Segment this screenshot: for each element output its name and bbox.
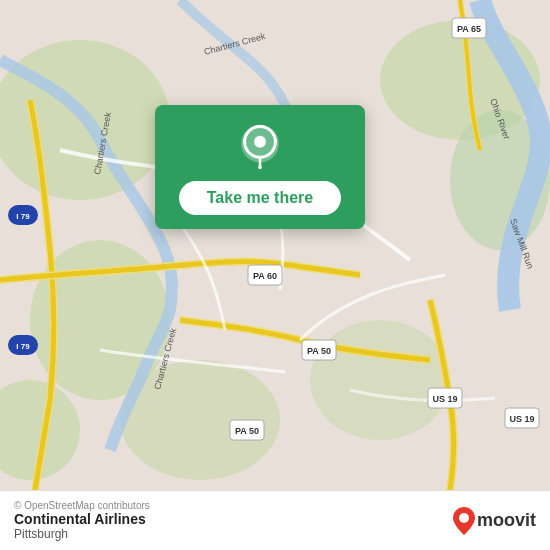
- svg-point-32: [258, 166, 261, 169]
- location-pin-icon: [236, 123, 284, 171]
- location-name: Continental Airlines: [14, 511, 150, 527]
- bottom-bar: © OpenStreetMap contributors Continental…: [0, 490, 550, 550]
- copyright-text: © OpenStreetMap contributors: [14, 500, 150, 511]
- svg-text:PA 65: PA 65: [457, 24, 481, 34]
- svg-text:PA 50: PA 50: [307, 346, 331, 356]
- svg-point-31: [254, 136, 266, 148]
- svg-point-33: [459, 513, 469, 523]
- svg-text:I 79: I 79: [16, 212, 30, 221]
- location-info: © OpenStreetMap contributors Continental…: [14, 500, 150, 541]
- moovit-text: moovit: [477, 510, 536, 531]
- svg-text:PA 60: PA 60: [253, 271, 277, 281]
- svg-text:I 79: I 79: [16, 342, 30, 351]
- map-container: PA 65 I 79 I 79 PA 60 PA 50 PA 50 US 19 …: [0, 0, 550, 490]
- svg-text:US 19: US 19: [432, 394, 457, 404]
- location-city: Pittsburgh: [14, 527, 150, 541]
- moovit-pin-icon: [453, 507, 475, 535]
- moovit-logo: moovit: [453, 507, 536, 535]
- svg-text:US 19: US 19: [509, 414, 534, 424]
- map-background: PA 65 I 79 I 79 PA 60 PA 50 PA 50 US 19 …: [0, 0, 550, 490]
- svg-point-6: [310, 320, 450, 440]
- take-me-there-button[interactable]: Take me there: [179, 181, 341, 215]
- location-popup: Take me there: [155, 105, 365, 229]
- svg-text:PA 50: PA 50: [235, 426, 259, 436]
